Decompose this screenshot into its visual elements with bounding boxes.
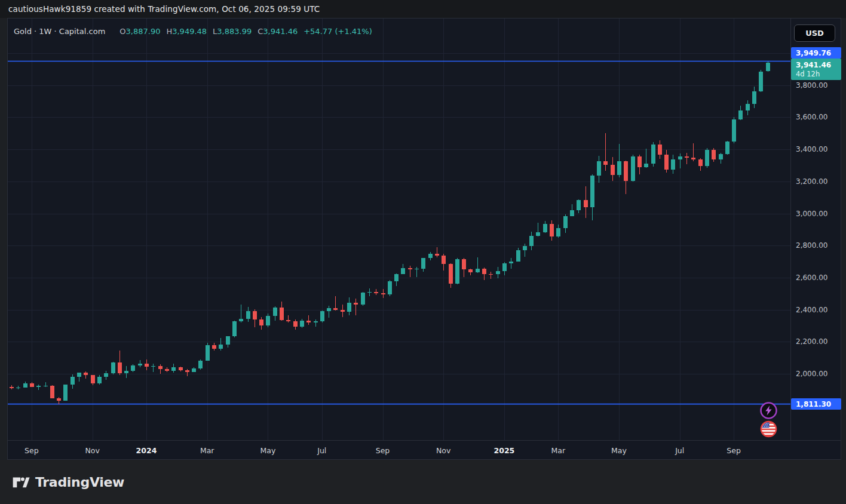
ohlc-close-value: 3,941.46: [263, 27, 298, 36]
candle: [759, 70, 763, 93]
candle: [111, 362, 115, 374]
candle: [219, 338, 223, 351]
price-tick: 2,600.00: [796, 273, 827, 282]
tradingview-logo[interactable]: TradingView: [12, 473, 124, 491]
candle: [367, 288, 372, 296]
candle: [543, 221, 547, 233]
candle: [131, 364, 135, 371]
time-tick-month: Jul: [675, 446, 684, 455]
candle: [239, 305, 243, 322]
candle: [428, 252, 433, 260]
price-tick: 2,400.00: [796, 306, 827, 314]
gridlines: [8, 19, 790, 440]
candle: [212, 343, 216, 351]
candle: [158, 364, 163, 373]
candle: [637, 155, 642, 174]
candle: [611, 157, 615, 182]
horizontal-price-lines: [8, 61, 790, 404]
candle: [179, 367, 183, 371]
candle: [752, 87, 756, 108]
low-price-label: 1,811.30: [791, 398, 841, 410]
currency-button[interactable]: USD: [794, 24, 835, 42]
candle: [192, 367, 196, 372]
last-price-value: 3,941.46: [796, 61, 831, 69]
economic-events-marker[interactable]: [760, 420, 777, 438]
candle: [698, 158, 703, 171]
candle: [563, 214, 568, 233]
candle: [84, 371, 88, 379]
price-tick: 3,200.00: [796, 177, 827, 186]
candle: [10, 385, 14, 389]
candle: [314, 319, 318, 327]
price-tick: 3,000.00: [796, 210, 827, 218]
candle: [394, 273, 399, 286]
candle: [30, 382, 34, 387]
candle: [57, 397, 61, 404]
candle: [165, 367, 169, 372]
candle: [502, 262, 507, 275]
candle: [664, 150, 669, 173]
footer: TradingView: [0, 460, 846, 504]
candle: [496, 267, 500, 278]
candle: [550, 220, 554, 240]
page: cautiousHawk91859 created with TradingVi…: [0, 0, 846, 504]
candle: [476, 257, 480, 273]
candle: [421, 258, 425, 272]
boost-button[interactable]: [759, 401, 778, 420]
symbol-title[interactable]: Gold · 1W · Capital.com: [14, 27, 105, 36]
time-tick-month: Sep: [24, 446, 39, 455]
candle: [401, 264, 405, 274]
candle: [388, 280, 392, 296]
lightning-icon: [759, 401, 778, 420]
candle: [577, 199, 581, 213]
candle: [509, 258, 513, 269]
attribution-text: cautiousHawk91859 created with TradingVi…: [8, 4, 320, 14]
candle: [70, 374, 75, 389]
time-tick-month: May: [260, 446, 275, 455]
candle: [198, 359, 203, 370]
chart-legend[interactable]: Gold · 1W · Capital.com O3,887.90 H3,949…: [14, 27, 372, 36]
candle: [556, 225, 560, 238]
price-axis[interactable]: USD 3,800.003,600.003,400.003,200.003,00…: [790, 19, 841, 440]
candle: [259, 317, 263, 329]
candle: [678, 153, 682, 168]
candle: [63, 385, 68, 401]
candle: [124, 366, 128, 378]
candle: [738, 106, 743, 121]
time-tick-month: Nov: [85, 446, 99, 455]
candle: [651, 142, 655, 167]
candle: [118, 351, 122, 375]
candle: [415, 267, 419, 277]
candle: [246, 307, 250, 322]
time-tick-month: Jul: [317, 446, 326, 455]
tradingview-logo-text: TradingView: [35, 475, 124, 490]
candle: [347, 297, 351, 315]
ohlc-open-value: 3,887.90: [126, 27, 161, 36]
candle: [584, 186, 588, 218]
high-price-label: 3,949.76: [791, 47, 841, 59]
time-axis[interactable]: SepNov2024MarMayJulSepNov2025MarMayJulSe…: [8, 440, 841, 459]
candle: [482, 268, 486, 281]
ohlc-open-letter: O: [119, 27, 125, 36]
candle: [341, 305, 345, 317]
candle: [44, 382, 48, 387]
ohlc-high-letter: H: [166, 27, 172, 36]
candle: [408, 266, 412, 276]
price-tick: 2,800.00: [796, 241, 827, 250]
candle: [320, 311, 324, 322]
ohlc-low-letter: L: [213, 27, 217, 36]
candle: [442, 254, 446, 271]
candle: [455, 258, 459, 284]
candlestick-chart-plot[interactable]: [8, 19, 790, 440]
candle: [91, 375, 95, 385]
candle: [145, 359, 149, 370]
candle: [631, 155, 635, 182]
candle: [468, 269, 473, 276]
attribution-bar: cautiousHawk91859 created with TradingVi…: [0, 0, 846, 18]
candle: [151, 364, 155, 371]
price-tick: 3,400.00: [796, 145, 827, 153]
candle: [617, 144, 621, 177]
candle: [171, 364, 176, 373]
candle: [536, 223, 540, 236]
candle: [36, 385, 41, 390]
